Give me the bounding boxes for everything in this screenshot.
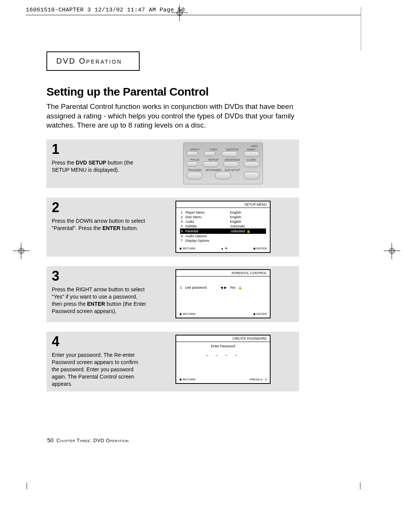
menu-item: 1 Use password ◀ ▶ Yes 🔒 [180,279,242,289]
left-right-arrow-icon: ◀ ▶ [220,286,227,289]
remote-label: SUBTITLE [224,148,241,151]
remote-label: PROGRAM [186,169,203,171]
remote-rec-label: REC [186,145,260,147]
step-4: 4 Enter your password. The Re-enter Pass… [46,332,299,391]
remote-label: P.PLUS [186,158,203,161]
remote-label: REPEAT [205,158,222,161]
trim-line [361,7,361,51]
step-number: 4 [52,335,147,348]
footer-text: Chapter Three: DVD Operation [56,438,129,443]
remote-button [204,151,215,156]
footer-label: RETURN [183,378,195,381]
step-text-strong: DVD SETUP [76,160,106,166]
menu-item: 1Player MenuEnglish [180,210,266,215]
step-instruction: Enter your password. The Re-enter Passwo… [52,351,147,387]
remote-button [186,151,198,156]
menu-num: 1 [180,286,182,289]
footer-label: RETURN [183,247,195,250]
footer-label: ENTER [256,312,267,316]
remote-button [186,161,198,166]
remote-label: CLEAR [243,158,260,161]
step-3: 3 Press the RIGHT arrow button to select… [46,266,299,322]
footer-label: ENTER [256,247,267,250]
menu-item: 7Display Options [180,238,266,243]
step-2: 2 Press the DOWN arrow button to select … [46,198,299,257]
remote-label [243,169,260,171]
lock-icon: 🔓 [246,229,251,233]
crop-mark [360,482,360,489]
screen-title: PARENTAL CONTROL [176,270,270,276]
screen-footer: ◉ RETURN ◉ ENTER [176,311,270,318]
remote-label: BOOKMARK [205,169,222,171]
step-instruction: Press the RIGHT arrow button to select "… [52,286,147,315]
step-1: 1 Press the DVD SETUP button (the SETUP … [46,139,299,188]
password-field: _ _ _ _ [180,351,266,356]
step-text: Press the [52,160,76,166]
menu-item: 6Audio Options [180,234,266,238]
remote-label: ADD/ERASE [224,158,241,161]
footer-label: RETURN [183,312,195,316]
page-number: 50 [47,437,54,443]
remote-button [186,172,202,179]
arrow-icons: ▲ ▼ [221,247,228,250]
register-mark-right [384,243,400,259]
screen-footer: ◉ RETURN ▲ ▼ ◉ ENTER [176,245,270,252]
return-icon: ◉ [179,247,182,250]
step-number: 1 [52,142,147,156]
crop-mark [27,482,27,489]
step-instruction: Press the DVD SETUP button (the SETUP ME… [52,159,147,174]
parental-control-screen: PARENTAL CONTROL 1 Use password ◀ ▶ Yes … [175,269,271,318]
step-instruction: Press the DOWN arrow button to select "P… [52,217,147,232]
intro-paragraph: The Parental Control function works in c… [46,102,299,130]
remote-illustration: REC SP/SLP F.ADV SUBTITLE AUDIO P [183,142,263,184]
remote-button [244,172,260,179]
return-icon: ◉ [179,378,182,381]
screen-title: SETUP MENU [176,201,270,208]
remote-label: AUDIO [243,148,260,151]
menu-label: Use password [185,286,207,289]
page-footer: 50 Chapter Three: DVD Operation [47,437,129,443]
remote-button [215,172,231,179]
menu-item-selected: 5ParentalUnlocked 🔓 [180,228,266,234]
remote-button [202,161,218,167]
imposition-header: 16061510-CHAPTER 3 12/13/02 11:47 AM Pag… [26,7,361,15]
step-text: button. [120,225,138,231]
return-icon: ◉ [179,312,182,316]
remote-label: DVD SETUP [224,169,241,171]
remote-label: SP/SLP [186,148,203,151]
create-password-screen: CREATE PASSWORD Enter Password _ _ _ _ ◉… [175,335,271,384]
enter-password-label: Enter Password [180,344,266,348]
remote-button [244,151,260,157]
remote-label: F.ADV [205,148,222,151]
remote-button [223,161,239,167]
menu-list: 1Player MenuEnglish 2Disc MenuEnglish 3A… [180,210,266,243]
enter-icon: ◉ [253,312,256,316]
step-text-strong: ENTER [87,301,105,307]
lock-icon: 🔒 [238,286,242,289]
section-header-text: DVD Operation [56,57,122,65]
menu-item: 3AudioEnglish [180,219,266,224]
footer-label: PRESS 0 - 9 [250,378,267,381]
page-title: Setting up the Parental Control [46,85,299,98]
step-number: 2 [52,201,147,214]
remote-button [244,161,260,167]
section-header: DVD Operation [46,51,140,71]
enter-icon: ◉ [253,247,256,250]
step-text-strong: ENTER [102,225,120,231]
menu-value: Yes [230,286,236,289]
remote-button [221,151,237,157]
screen-title: CREATE PASSWORD [176,335,270,342]
step-number: 3 [52,269,147,283]
menu-item: 4SubtitleAutomatic [180,224,266,228]
menu-item: 2Disc MenuEnglish [180,215,266,219]
setup-menu-screen: SETUP MENU 1Player MenuEnglish 2Disc Men… [175,201,271,253]
screen-footer: ◉ RETURN PRESS 0 - 9 [176,376,270,383]
